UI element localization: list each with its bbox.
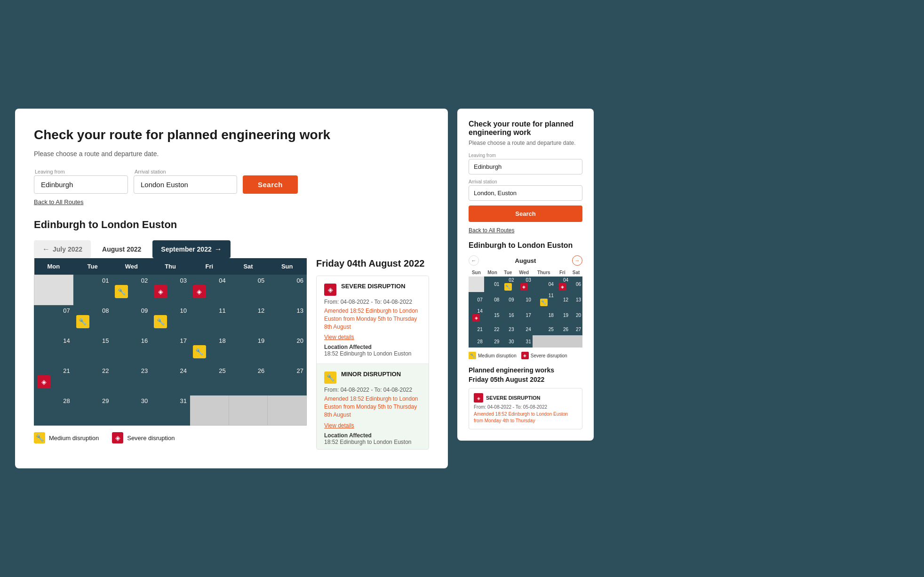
- table-row[interactable]: 15: [73, 335, 112, 365]
- table-row[interactable]: 27: [570, 323, 582, 335]
- sidebar-arrival-label: Arrival station: [469, 179, 582, 184]
- table-row[interactable]: 29: [73, 395, 112, 426]
- col-wed: Wed: [112, 258, 151, 275]
- table-row[interactable]: 21: [469, 323, 484, 335]
- disruption-description: Amended 18:52 Edinburgh to London Euston…: [324, 395, 421, 419]
- table-row[interactable]: 23: [112, 365, 151, 395]
- table-row[interactable]: 23: [501, 323, 515, 335]
- arrival-input[interactable]: [134, 175, 237, 194]
- prev-month-button[interactable]: ← July 2022: [34, 240, 91, 258]
- sidebar-route-title: Edinburgh to London Euston: [469, 241, 582, 250]
- next-month-button[interactable]: September 2022 →: [152, 240, 230, 258]
- view-details-link[interactable]: View details: [324, 334, 354, 340]
- table-row[interactable]: 16: [501, 308, 515, 323]
- small-medium-icon: [540, 299, 548, 306]
- table-row[interactable]: 20: [268, 335, 307, 365]
- table-row[interactable]: 25: [533, 323, 555, 335]
- page-subtitle: Please choose a route and departure date…: [34, 150, 429, 158]
- severe-icon-sm: [324, 284, 336, 296]
- table-row[interactable]: 12: [555, 292, 570, 308]
- august-month-button[interactable]: August 2022: [91, 241, 152, 258]
- table-row[interactable]: 15: [484, 308, 501, 323]
- table-row[interactable]: 28: [469, 335, 484, 348]
- table-row[interactable]: 20: [570, 308, 582, 323]
- table-row[interactable]: 26: [229, 365, 268, 395]
- table-row[interactable]: 21: [34, 365, 73, 395]
- table-row[interactable]: 17: [515, 308, 532, 323]
- table-row[interactable]: 13: [570, 292, 582, 308]
- table-row[interactable]: 22: [73, 365, 112, 395]
- table-row[interactable]: 12: [229, 305, 268, 335]
- table-row[interactable]: 10: [151, 305, 190, 335]
- col-thu: Thu: [151, 258, 190, 275]
- table-row[interactable]: 02: [501, 277, 515, 292]
- table-row[interactable]: 04: [190, 275, 229, 305]
- search-button[interactable]: Search: [243, 175, 298, 194]
- table-row[interactable]: 09: [501, 292, 515, 308]
- table-row[interactable]: 30: [112, 395, 151, 426]
- table-row[interactable]: 31: [151, 395, 190, 426]
- sidebar-leaving-input[interactable]: [469, 159, 582, 174]
- sidebar-legend: Medium disruption Severe disruption: [469, 351, 582, 360]
- table-row[interactable]: 05: [229, 275, 268, 305]
- table-row[interactable]: 19: [229, 335, 268, 365]
- table-row[interactable]: 11: [190, 305, 229, 335]
- table-row[interactable]: 25: [190, 365, 229, 395]
- table-row[interactable]: 17: [151, 335, 190, 365]
- table-row[interactable]: 11: [533, 292, 555, 308]
- col-mon: Mon: [484, 269, 501, 277]
- location-value: 18:52 Edinburgh to London Euston: [324, 439, 421, 445]
- table-row: [190, 395, 229, 426]
- table-row[interactable]: 19: [555, 308, 570, 323]
- severe-disruption-icon: [154, 285, 167, 298]
- table-row[interactable]: 08: [73, 305, 112, 335]
- small-cal-month: August: [515, 257, 536, 264]
- table-row[interactable]: 07: [34, 305, 73, 335]
- col-fri: Fri: [555, 269, 570, 277]
- leaving-from-group: Leaving from: [34, 169, 128, 194]
- table-row[interactable]: [34, 275, 73, 305]
- table-row[interactable]: 04: [533, 277, 555, 292]
- table-row[interactable]: 27: [268, 365, 307, 395]
- table-row[interactable]: 14: [34, 335, 73, 365]
- legend-medium: Medium disruption: [34, 432, 99, 443]
- table-row: [533, 335, 555, 348]
- sidebar-arrival-input[interactable]: [469, 185, 582, 201]
- table-row[interactable]: 03: [515, 277, 532, 292]
- table-row[interactable]: 22: [484, 323, 501, 335]
- table-row[interactable]: 26: [555, 323, 570, 335]
- table-row[interactable]: 18: [533, 308, 555, 323]
- table-row[interactable]: 04: [555, 277, 570, 292]
- view-details-link[interactable]: View details: [324, 422, 354, 429]
- table-row[interactable]: 07: [469, 292, 484, 308]
- sidebar-disruption-card: SEVERE DISRUPTION From: 04-08-2022 - To:…: [469, 388, 582, 429]
- table-row[interactable]: 02: [112, 275, 151, 305]
- table-row[interactable]: 30: [501, 335, 515, 348]
- table-row[interactable]: 31: [515, 335, 532, 348]
- table-row[interactable]: 06: [570, 277, 582, 292]
- table-row[interactable]: 01: [484, 277, 501, 292]
- table-row[interactable]: 13: [268, 305, 307, 335]
- table-row[interactable]: 16: [112, 335, 151, 365]
- table-row[interactable]: 09: [112, 305, 151, 335]
- table-row[interactable]: 03: [151, 275, 190, 305]
- table-row[interactable]: 24: [151, 365, 190, 395]
- table-row[interactable]: 01: [73, 275, 112, 305]
- table-row[interactable]: 08: [484, 292, 501, 308]
- disruption-header: MINOR DISRUPTION: [324, 371, 421, 384]
- table-row[interactable]: 10: [515, 292, 532, 308]
- calendar-table: Mon Tue Wed Thu Fri Sat Sun: [34, 258, 307, 426]
- sidebar-search-button[interactable]: Search: [469, 206, 582, 222]
- table-row[interactable]: 14: [469, 308, 484, 323]
- table-row[interactable]: 06: [268, 275, 307, 305]
- small-cal-prev[interactable]: ←: [469, 255, 479, 266]
- table-row[interactable]: 28: [34, 395, 73, 426]
- leaving-from-input[interactable]: [34, 175, 128, 194]
- sidebar-back-link[interactable]: Back to All Routes: [469, 227, 514, 234]
- small-cal-next[interactable]: →: [572, 255, 582, 266]
- table-row[interactable]: 29: [484, 335, 501, 348]
- table-row[interactable]: 24: [515, 323, 532, 335]
- back-to-all-routes-link[interactable]: Back to All Routes: [34, 198, 84, 206]
- table-row[interactable]: 18: [190, 335, 229, 365]
- col-tue: Tue: [501, 269, 515, 277]
